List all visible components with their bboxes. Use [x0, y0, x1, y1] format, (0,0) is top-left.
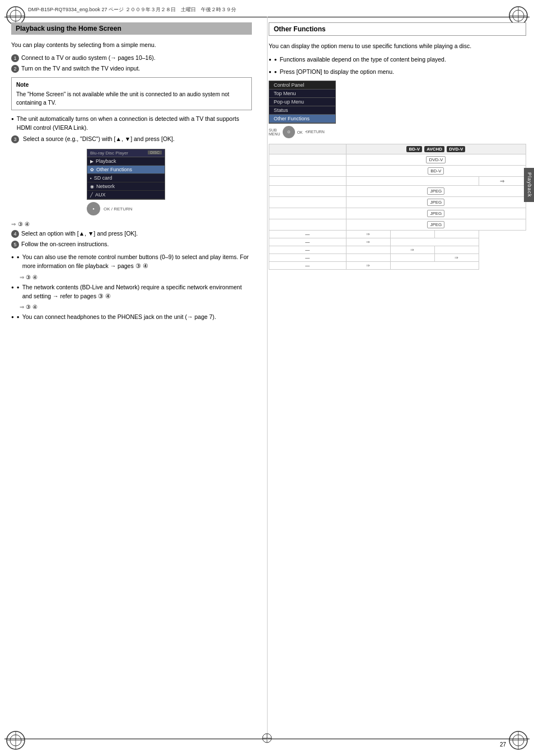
menu-item-aux[interactable]: ╱ AUX	[87, 191, 165, 199]
ok-icon-right: ⊙	[287, 130, 291, 134]
step-ref-text-2: ③ ④	[26, 304, 38, 310]
col-header-format: BD-V AVCHD DVD-V	[346, 144, 526, 154]
cell-bdv: BD-V	[346, 166, 526, 177]
disc-badge: DISC	[148, 151, 162, 154]
cell-sub-1b: ⇒	[346, 231, 390, 238]
jpeg-badge-3: JPEG	[427, 210, 444, 217]
bullet-item-1: The unit automatically turns on when a c…	[11, 115, 252, 133]
cell-sub-5c	[390, 262, 479, 270]
left-section-title: Playback using the Home Screen	[11, 22, 252, 35]
cell-sub-5b: ⇒	[346, 262, 390, 270]
bdv-badge: BD-V	[406, 146, 422, 152]
table-row-jpeg-speed: JPEG	[269, 186, 526, 197]
option-menu-item-status[interactable]: Status	[269, 106, 335, 115]
menu-item-other-functions[interactable]: ✿ Other Functions	[87, 166, 165, 174]
sidebar-tab: Playback	[524, 168, 534, 202]
step-number-3: 3	[11, 135, 19, 143]
ok-circle-icon: ●	[92, 207, 95, 210]
option-menu-item-other-functions[interactable]: Other Functions	[269, 115, 335, 123]
cell-sub-1d	[434, 231, 479, 238]
sd-icon: ▪	[90, 176, 92, 181]
step-4: 4 Select an option with [▲, ▼] and press…	[11, 230, 252, 238]
return-label-right: ⟲RETURN	[305, 130, 325, 134]
table-row-jpeg-repeat: JPEG	[269, 219, 526, 231]
step-34-label: ③ ④	[18, 221, 30, 227]
option-menu-box: Control Panel Top Menu Pop-up Menu Statu…	[269, 81, 336, 124]
step-5-text: Follow the on-screen instructions.	[21, 241, 109, 247]
cell-jpeg-4: JPEG	[346, 219, 526, 231]
step-2-text: Turn on the TV and switch the TV video i…	[21, 65, 140, 72]
dvdv-row-badge: DVD-V	[426, 156, 446, 163]
cell-jpeg-3: JPEG	[346, 208, 526, 219]
cell-sub-3d	[434, 246, 479, 254]
step-3-text-a: Select a source (e.g., "DISC") with [▲, …	[23, 135, 175, 142]
step-4-text: Select an option with [▲, ▼] and press […	[21, 230, 138, 237]
cell-arrow	[346, 177, 479, 186]
cell-sub-3b	[346, 246, 390, 254]
table-header-row: BD-V AVCHD DVD-V	[269, 144, 526, 154]
step-1-text: Connect to a TV or audio system (→ pages…	[21, 54, 156, 61]
jpeg-badge-2: JPEG	[427, 199, 444, 206]
right-intro-text: You can display the option menu to use s…	[269, 41, 526, 51]
table-row-jpeg-effect: JPEG	[269, 197, 526, 208]
cell-sub-3c: ⇒	[390, 246, 434, 254]
step-number-4: 4	[11, 230, 19, 238]
cell-sub-4c	[390, 254, 434, 262]
ok-label-right: OK	[297, 130, 303, 134]
cell-jpeg-2: JPEG	[346, 197, 526, 208]
compat-table: BD-V AVCHD DVD-V DVD-V	[269, 144, 526, 270]
note-title: Note	[16, 81, 247, 89]
additional-bullet-2: ● The network contents (BD-Live and Netw…	[11, 283, 252, 301]
step-number-5: 5	[11, 241, 19, 248]
cell-sub-4a: —	[269, 254, 346, 262]
cell-sub-4d: ⇒	[434, 254, 479, 262]
cell-sub-2a: —	[269, 238, 346, 246]
ok-button-left[interactable]: ●	[87, 202, 100, 215]
step-5: 5 Follow the on-screen instructions.	[11, 241, 252, 248]
menu-item-playback[interactable]: ▶ Playback	[87, 157, 165, 166]
cell-arrow-right: ⇒	[479, 177, 526, 186]
arrow-icon-2: ⇒	[20, 304, 24, 310]
table-row-dvdv: DVD-V	[269, 154, 526, 166]
ok-button-right[interactable]: ⊙	[283, 126, 295, 138]
cell-function-name-7	[269, 219, 346, 231]
dvdv-badge: DVD-V	[447, 146, 465, 152]
option-menu-mockup: Control Panel Top Menu Pop-up Menu Statu…	[269, 81, 347, 138]
step-ref-text-1: ③ ④	[26, 274, 38, 280]
menu-box: Blu-ray Disc Player DISC ▶ Playback ✿ Ot…	[87, 149, 165, 200]
menu-item-network[interactable]: ◉ Network	[87, 182, 165, 191]
bdv-row-badge: BD-V	[428, 167, 444, 175]
cell-sub-5a: —	[269, 262, 346, 270]
note-box: Note The "Home Screen" is not available …	[11, 77, 252, 110]
avchd-badge: AVCHD	[424, 146, 444, 152]
step-number-2: 2	[11, 65, 19, 73]
intro-text: You can play contents by selecting from …	[11, 40, 252, 50]
cell-sub-1a: —	[269, 231, 346, 238]
cell-jpeg-1: JPEG	[346, 186, 526, 197]
option-menu-item-top-menu[interactable]: Top Menu	[269, 90, 335, 98]
cell-function-name-5	[269, 197, 346, 208]
step-number-1: 1	[11, 54, 19, 62]
step-2: 2 Turn on the TV and switch the TV video…	[11, 65, 252, 73]
cell-sub-2c	[390, 238, 479, 246]
option-menu-item-control-panel[interactable]: Control Panel	[269, 81, 335, 90]
step-arrow-icon: ⇒	[11, 221, 16, 227]
table-row-sub-2: — ⇒	[269, 238, 526, 246]
table-row-sub-4: — ⇒	[269, 254, 526, 262]
arrow-icon-1: ⇒	[20, 274, 24, 280]
option-menu-item-popup-menu[interactable]: Pop-up Menu	[269, 98, 335, 106]
center-bottom-arrow	[261, 732, 273, 745]
right-bullet-2: ● Press [OPTION] to display the option m…	[269, 68, 526, 77]
compat-table-wrapper: BD-V AVCHD DVD-V DVD-V	[269, 144, 526, 270]
cell-function-name-6	[269, 208, 346, 219]
table-row-sub-1: — ⇒	[269, 231, 526, 238]
step-ref-1: ⇒ ③ ④	[20, 274, 252, 280]
network-icon: ◉	[90, 184, 94, 189]
header-bar: DMP-B15P-RQT9334_eng.book 27 ページ ２００９年３月…	[28, 4, 506, 15]
right-bullet-1: ● Functions available depend on the type…	[269, 55, 526, 64]
table-row-arrow: ⇒	[269, 177, 526, 186]
note-text: The "Home Screen" is not available while…	[16, 90, 247, 107]
home-screen-menu-mockup: Blu-ray Disc Player DISC ▶ Playback ✿ Ot…	[87, 149, 176, 215]
menu-item-sd-card[interactable]: ▪ SD card	[87, 174, 165, 182]
cell-sub-4b	[346, 254, 390, 262]
